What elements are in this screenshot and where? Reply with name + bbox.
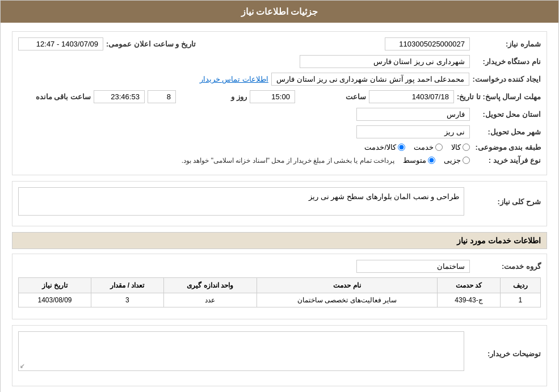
- row-category: طبقه بندی موضوعی: کالا خدمت کالا/خدمت: [18, 143, 541, 151]
- purchase-jozii-radio[interactable]: [463, 157, 470, 164]
- deadline-time: 15:00: [250, 90, 295, 103]
- category-kala-khedmat-label: کالا/خدمت: [364, 143, 396, 151]
- table-row: 1 ج-43-439 سایر فعالیت‌های تخصصی ساختمان…: [19, 293, 541, 307]
- col-quantity: تعداد / مقدار: [91, 278, 163, 293]
- category-khedmat-label: خدمت: [414, 143, 434, 151]
- row-buyer-dept: نام دستگاه خریدار: شهرداری نی ریز استان …: [18, 55, 541, 68]
- services-table-body: 1 ج-43-439 سایر فعالیت‌های تخصصی ساختمان…: [19, 293, 541, 307]
- services-table-section: ردیف کد حدمت نام حدمت واحد اندازه گیری ت…: [18, 277, 541, 307]
- purchase-type-radio-group: جزیی متوسط: [403, 156, 470, 165]
- category-khedmat-radio[interactable]: [435, 144, 443, 151]
- category-kala-label: کالا: [451, 143, 461, 151]
- purchase-mottaset-label: متوسط: [403, 156, 426, 165]
- cell-code: ج-43-439: [438, 293, 500, 307]
- deadline-countdown-label: ساعت باقی مانده: [23, 92, 91, 101]
- row-creator: ایجاد کننده درخواست: محمدعلی احمد پور آت…: [18, 73, 541, 86]
- content-area: شماره نیاز: 1103005025000027 تاریخ و ساع…: [1, 23, 558, 392]
- category-radio-group: کالا خدمت کالا/خدمت: [364, 143, 470, 151]
- row-service-group: گروه خدمت: ساختمان: [18, 260, 541, 273]
- buyer-dept-value: شهرداری نی ریز استان فارس: [300, 55, 470, 68]
- deadline-days-label: روز و: [179, 92, 247, 101]
- city-label: شهر محل تحویل:: [473, 128, 541, 136]
- buyer-notes-box[interactable]: ↙: [18, 331, 464, 371]
- purchase-mottaset-item: متوسط: [403, 156, 435, 165]
- description-value: طراحی و نصب المان بلوارهای سطح شهر نی ری…: [18, 187, 464, 216]
- services-section-title: اطلاعات خدمات مورد نیاز: [12, 232, 547, 249]
- deadline-label: مهلت ارسال پاسخ: تا تاریخ:: [457, 92, 541, 101]
- col-unit: واحد اندازه گیری: [163, 278, 257, 293]
- creator-label: ایجاد کننده درخواست:: [472, 75, 541, 83]
- category-kala-khedmat-radio[interactable]: [398, 144, 405, 151]
- services-table-head: ردیف کد حدمت نام حدمت واحد اندازه گیری ت…: [19, 278, 541, 293]
- table-header-row: ردیف کد حدمت نام حدمت واحد اندازه گیری ت…: [19, 278, 541, 293]
- services-section: گروه خدمت: ساختمان ردیف کد حدمت نام حدمت…: [12, 254, 547, 319]
- description-label: شرح کلی نیاز:: [467, 197, 541, 206]
- province-value: فارس: [356, 108, 470, 121]
- need-number-value: 1103005025000027: [385, 37, 470, 50]
- cell-date: 1403/08/09: [19, 293, 91, 307]
- deadline-days: 8: [148, 90, 176, 103]
- buyer-dept-label: نام دستگاه خریدار:: [473, 57, 541, 66]
- page-wrapper: جزئیات اطلاعات نیاز شماره نیاز: 11030050…: [0, 0, 559, 392]
- need-number-label: شماره نیاز:: [473, 40, 541, 48]
- purchase-type-label: نوع فرآیند خرید :: [473, 156, 541, 165]
- services-table: ردیف کد حدمت نام حدمت واحد اندازه گیری ت…: [18, 277, 541, 307]
- col-date: تاریخ نیاز: [19, 278, 91, 293]
- category-kala-radio[interactable]: [463, 144, 470, 151]
- description-section: شرح کلی نیاز: طراحی و نصب المان بلوارهای…: [12, 181, 547, 226]
- cell-name: سایر فعالیت‌های تخصصی ساختمان: [257, 293, 438, 307]
- buyer-notes-section: توضیحات خریدار: ↙: [12, 325, 547, 386]
- deadline-time-label: ساعت: [298, 92, 366, 101]
- page-header: جزئیات اطلاعات نیاز: [1, 1, 558, 23]
- purchase-mottaset-radio[interactable]: [428, 157, 435, 164]
- creator-link[interactable]: اطلاعات تماس خریدار: [200, 75, 268, 83]
- category-kala-khedmat-item: کالا/خدمت: [364, 143, 405, 151]
- row-province: استان محل تحویل: فارس: [18, 108, 541, 121]
- category-khedmat-item: خدمت: [414, 143, 443, 151]
- cell-unit: عدد: [163, 293, 257, 307]
- row-deadline: مهلت ارسال پاسخ: تا تاریخ: 1403/07/18 سا…: [18, 90, 541, 103]
- province-label: استان محل تحویل:: [473, 110, 541, 119]
- col-code: کد حدمت: [438, 278, 500, 293]
- main-info-section: شماره نیاز: 1103005025000027 تاریخ و ساع…: [12, 31, 547, 175]
- purchase-jozii-label: جزیی: [444, 156, 461, 165]
- cell-quantity: 3: [91, 293, 163, 307]
- creator-value: محمدعلی احمد پور آتش نشان شهرداری نی ریز…: [271, 73, 470, 86]
- col-name: نام حدمت: [257, 278, 438, 293]
- announcement-label: تاریخ و ساعت اعلان عمومی:: [106, 40, 196, 48]
- row-need-number: شماره نیاز: 1103005025000027 تاریخ و ساع…: [18, 37, 541, 50]
- buyer-notes-label: توضیحات خریدار:: [467, 349, 541, 358]
- category-kala-item: کالا: [451, 143, 470, 151]
- deadline-date: 1403/07/18: [369, 90, 454, 103]
- service-group-label: گروه خدمت:: [473, 262, 541, 271]
- service-group-value: ساختمان: [356, 260, 470, 273]
- announcement-value: 1403/07/09 - 12:47: [18, 37, 103, 50]
- page-title: جزئیات اطلاعات نیاز: [241, 7, 318, 16]
- cell-radif: 1: [500, 293, 540, 307]
- city-value: نی ریز: [356, 125, 470, 138]
- purchase-note: پرداخت تمام یا بخشی از مبلغ خریدار از مح…: [182, 157, 394, 165]
- buyer-notes-row: توضیحات خریدار: ↙: [18, 331, 541, 376]
- deadline-countdown: 23:46:53: [94, 90, 145, 103]
- category-label: طبقه بندی موضوعی:: [473, 143, 541, 151]
- purchase-jozii-item: جزیی: [444, 156, 470, 165]
- description-row: شرح کلی نیاز: طراحی و نصب المان بلوارهای…: [18, 187, 541, 216]
- row-city: شهر محل تحویل: نی ریز: [18, 125, 541, 138]
- col-radif: ردیف: [500, 278, 540, 293]
- row-purchase-type: نوع فرآیند خرید : جزیی متوسط پرداخت تمام…: [18, 156, 541, 165]
